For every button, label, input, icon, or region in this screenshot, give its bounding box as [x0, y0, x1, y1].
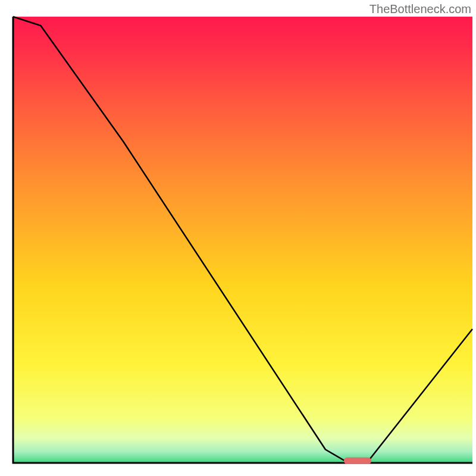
- watermark-text: TheBottleneck.com: [369, 2, 471, 16]
- chart-container: TheBottleneck.com: [0, 0, 476, 476]
- optimal-marker: [344, 458, 371, 464]
- bottleneck-chart: [0, 0, 476, 476]
